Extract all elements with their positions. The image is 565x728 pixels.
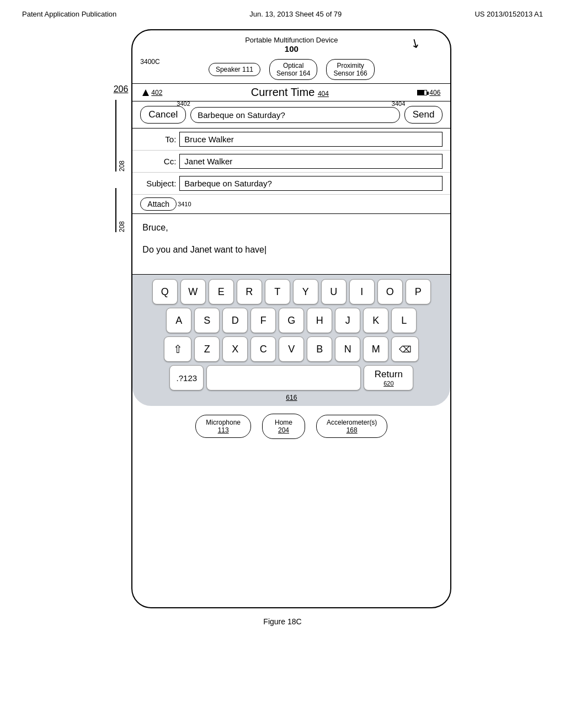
keyboard-row-1: Q W E R T Y U I O P xyxy=(137,279,446,304)
keyboard-row-2: A S D F G H J K L xyxy=(137,308,446,333)
label-404: 404 xyxy=(318,90,329,98)
battery-fill xyxy=(418,90,424,95)
accelerometer-button: Accelerometer(s) 168 xyxy=(316,415,387,438)
microphone-line2: 113 xyxy=(206,426,241,434)
key-x[interactable]: X xyxy=(222,336,248,362)
label-208-bottom: 208 xyxy=(118,188,126,232)
key-j[interactable]: J xyxy=(335,308,360,333)
figure-caption: Figure 18C xyxy=(0,608,565,631)
attach-button[interactable]: Attach xyxy=(140,197,177,211)
space-key[interactable] xyxy=(206,365,361,390)
body-line1: Bruce, xyxy=(142,221,440,235)
optical-line2: Sensor 164 xyxy=(276,69,310,77)
label-206: 206 xyxy=(114,84,129,94)
key-n[interactable]: N xyxy=(335,336,360,362)
key-v[interactable]: V xyxy=(279,336,304,362)
key-w[interactable]: W xyxy=(180,279,206,304)
cc-row: Cc: Janet Walker xyxy=(132,151,450,173)
label-3404: 3404 xyxy=(392,100,405,107)
side-labels: 206 208 208 xyxy=(114,29,129,232)
bracket-bar-top xyxy=(115,100,116,172)
key-k[interactable]: K xyxy=(363,308,388,333)
battery-area: 406 xyxy=(417,89,440,97)
to-row: To: Bruce Walker xyxy=(132,129,450,151)
key-y[interactable]: Y xyxy=(293,279,318,304)
key-i[interactable]: I xyxy=(349,279,375,304)
key-a[interactable]: A xyxy=(166,308,191,333)
to-label: To: xyxy=(140,135,176,144)
patent-center: Jun. 13, 2013 Sheet 45 of 79 xyxy=(249,10,342,18)
key-l[interactable]: L xyxy=(391,308,417,333)
compose-subject-input[interactable]: Barbeque on Saturday? xyxy=(190,107,399,123)
label-208-top: 208 xyxy=(118,100,126,172)
home-button[interactable]: Home 204 xyxy=(262,414,305,439)
key-f[interactable]: F xyxy=(250,308,276,333)
attach-row: Attach 3410 xyxy=(132,195,450,214)
key-u[interactable]: U xyxy=(321,279,347,304)
return-sub: 620 xyxy=(383,380,393,387)
key-m[interactable]: M xyxy=(363,336,388,362)
key-q[interactable]: Q xyxy=(152,279,178,304)
key-g[interactable]: G xyxy=(279,308,304,333)
key-r[interactable]: R xyxy=(237,279,262,304)
sensors-row: Speaker 111 Optical Sensor 164 Proximity… xyxy=(132,55,450,83)
key-e[interactable]: E xyxy=(209,279,234,304)
proximity-sensor: Proximity Sensor 166 xyxy=(326,59,374,80)
label-406: 406 xyxy=(429,89,440,97)
subject-label: Subject: xyxy=(140,179,176,188)
optical-sensor: Optical Sensor 164 xyxy=(269,59,317,80)
key-c[interactable]: C xyxy=(250,336,276,362)
signal-area: 402 xyxy=(142,89,162,97)
subject-row: Subject: Barbeque on Saturday? xyxy=(132,173,450,195)
key-d[interactable]: D xyxy=(222,308,248,333)
label-208-bracket-top: 208 xyxy=(115,100,126,172)
compose-bar: 3402 3404 Cancel Barbeque on Saturday? S… xyxy=(132,101,450,129)
key-t[interactable]: T xyxy=(265,279,290,304)
home-line1: Home xyxy=(275,419,292,426)
key-o[interactable]: O xyxy=(377,279,403,304)
page-header: Patent Application Publication Jun. 13, … xyxy=(0,0,565,24)
to-field[interactable]: Bruce Walker xyxy=(179,132,443,147)
return-key[interactable]: Return 620 xyxy=(364,365,413,390)
current-time-text: Current Time xyxy=(251,86,315,98)
label-3410: 3410 xyxy=(178,201,191,207)
backspace-key[interactable]: ⌫ xyxy=(391,336,419,362)
device: Portable Multifunction Device 100 ↘ 3400… xyxy=(131,29,451,608)
signal-icon xyxy=(142,89,149,96)
subject-field[interactable]: Barbeque on Saturday? xyxy=(179,176,443,191)
device-title-line2: 100 xyxy=(132,44,450,53)
device-title-line1: Portable Multifunction Device xyxy=(132,36,450,44)
num-key[interactable]: .?123 xyxy=(169,365,204,390)
key-p[interactable]: P xyxy=(406,279,431,304)
device-title-area: Portable Multifunction Device 100 ↘ xyxy=(132,30,450,55)
label-402: 402 xyxy=(151,89,162,97)
diagram-area: 206 208 208 Portable Multifunction Devic… xyxy=(0,24,565,608)
shift-key[interactable]: ⇧ xyxy=(164,336,191,362)
email-fields: To: Bruce Walker Cc: Janet Walker Subjec… xyxy=(132,129,450,214)
label-208-bracket-bottom: 208 xyxy=(115,188,126,232)
status-bar: 402 Current Time 404 406 xyxy=(132,83,450,101)
body-line3: Do you and Janet want to have| xyxy=(142,243,440,257)
message-body[interactable]: Bruce, Do you and Janet want to have| xyxy=(132,214,450,275)
patent-right: US 2013/0152013 A1 xyxy=(475,10,543,18)
status-time: Current Time 404 xyxy=(251,86,329,99)
send-button[interactable]: Send xyxy=(404,106,443,124)
label-3402: 3402 xyxy=(177,100,190,107)
key-h[interactable]: H xyxy=(307,308,332,333)
key-z[interactable]: Z xyxy=(194,336,220,362)
keyboard-row-3: ⇧ Z X C V B N M ⌫ xyxy=(137,336,446,362)
optical-line1: Optical xyxy=(283,62,303,69)
cc-field[interactable]: Janet Walker xyxy=(179,154,443,169)
microphone-button: Microphone 113 xyxy=(195,415,251,438)
accel-line1: Accelerometer(s) xyxy=(327,419,377,426)
keyboard-row-4: .?123 Return 620 xyxy=(137,365,446,390)
speaker-label: Speaker 111 xyxy=(216,66,253,73)
cancel-button[interactable]: Cancel xyxy=(140,106,186,124)
proximity-line1: Proximity xyxy=(337,62,364,69)
home-line2: 204 xyxy=(275,426,292,434)
key-s[interactable]: S xyxy=(194,308,220,333)
bracket-bar-bottom xyxy=(115,188,116,232)
cc-label: Cc: xyxy=(140,157,176,166)
key-b[interactable]: B xyxy=(307,336,332,362)
microphone-line1: Microphone xyxy=(206,419,241,426)
